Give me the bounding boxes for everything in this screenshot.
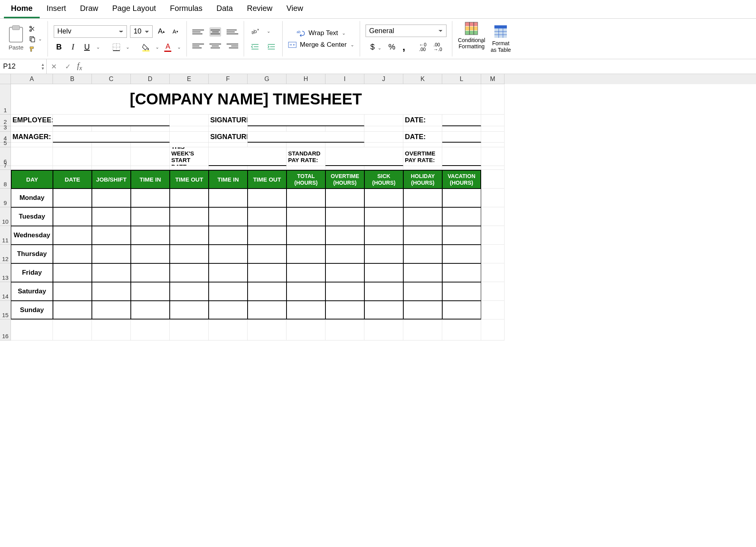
cell[interactable] bbox=[92, 189, 131, 207]
day-cell[interactable]: Wednesday bbox=[11, 226, 53, 245]
cell[interactable] bbox=[325, 282, 364, 301]
cell[interactable] bbox=[364, 263, 403, 282]
cell[interactable] bbox=[131, 319, 170, 341]
column-header-L[interactable]: L bbox=[442, 74, 481, 84]
cell[interactable] bbox=[170, 207, 209, 226]
cell[interactable] bbox=[481, 132, 505, 143]
cell[interactable] bbox=[11, 126, 53, 132]
row-header-15[interactable]: 15 bbox=[0, 301, 11, 319]
table-header[interactable]: TIME IN bbox=[131, 170, 170, 189]
cell[interactable] bbox=[403, 263, 442, 282]
cell[interactable] bbox=[403, 226, 442, 245]
cell[interactable] bbox=[248, 115, 364, 126]
tab-data[interactable]: Data bbox=[209, 0, 240, 18]
cell[interactable] bbox=[287, 189, 325, 207]
cell[interactable] bbox=[442, 282, 481, 301]
cell[interactable] bbox=[364, 319, 403, 341]
cell[interactable] bbox=[92, 301, 131, 319]
cell[interactable] bbox=[53, 207, 92, 226]
cell[interactable] bbox=[442, 245, 481, 263]
cell[interactable] bbox=[287, 263, 325, 282]
cell[interactable] bbox=[481, 143, 505, 147]
cell[interactable] bbox=[364, 245, 403, 263]
comma-button[interactable]: , bbox=[403, 41, 405, 53]
tab-view[interactable]: View bbox=[280, 0, 310, 18]
decrease-font-button[interactable]: A▾ bbox=[170, 26, 181, 37]
date-label[interactable]: DATE: bbox=[403, 115, 442, 126]
cell[interactable] bbox=[170, 126, 209, 132]
cell[interactable] bbox=[325, 226, 364, 245]
cell[interactable] bbox=[442, 207, 481, 226]
cell[interactable] bbox=[287, 143, 325, 147]
cell[interactable] bbox=[403, 189, 442, 207]
chevron-down-icon[interactable]: ⌄ bbox=[126, 44, 130, 50]
number-format-select[interactable] bbox=[366, 25, 447, 37]
cell[interactable] bbox=[364, 115, 403, 126]
cell[interactable] bbox=[53, 319, 92, 341]
cell[interactable] bbox=[325, 263, 364, 282]
day-cell[interactable]: Friday bbox=[11, 263, 53, 282]
cell[interactable] bbox=[131, 282, 170, 301]
cell[interactable] bbox=[248, 126, 287, 132]
align-bottom-button[interactable] bbox=[227, 27, 238, 37]
cell[interactable] bbox=[481, 147, 505, 166]
orientation-button[interactable]: ab bbox=[250, 26, 260, 37]
cell[interactable] bbox=[53, 143, 92, 147]
cell[interactable] bbox=[248, 282, 287, 301]
align-middle-button[interactable] bbox=[209, 27, 221, 37]
cell[interactable] bbox=[442, 147, 481, 166]
borders-button[interactable] bbox=[111, 42, 122, 53]
week-start-label[interactable]: THIS WEEK'S START DATE: bbox=[170, 147, 209, 166]
column-header-A[interactable]: A bbox=[11, 74, 53, 84]
row-header-7[interactable]: 7 bbox=[0, 166, 11, 170]
cell[interactable] bbox=[53, 226, 92, 245]
row-header-11[interactable]: 11 bbox=[0, 226, 11, 245]
cell[interactable] bbox=[481, 189, 505, 207]
cell[interactable] bbox=[131, 301, 170, 319]
timesheet-title[interactable]: [COMPANY NAME] TIMESHEET bbox=[11, 84, 481, 115]
table-header[interactable]: TIME IN bbox=[209, 170, 248, 189]
cell[interactable] bbox=[403, 126, 442, 132]
cell[interactable] bbox=[11, 319, 53, 341]
format-painter-button[interactable] bbox=[29, 46, 42, 53]
cell[interactable] bbox=[442, 143, 481, 147]
align-left-button[interactable] bbox=[192, 41, 204, 51]
cell[interactable] bbox=[170, 166, 209, 170]
tab-home[interactable]: Home bbox=[4, 0, 40, 18]
cell[interactable] bbox=[248, 245, 287, 263]
align-center-button[interactable] bbox=[209, 41, 221, 51]
row-header-12[interactable]: 12 bbox=[0, 245, 11, 263]
font-size-select[interactable] bbox=[130, 25, 153, 38]
currency-button[interactable]: $ ⌄ bbox=[370, 42, 382, 51]
row-header-9[interactable]: 9 bbox=[0, 189, 11, 207]
signature-label[interactable]: SIGNATURE: bbox=[209, 115, 248, 126]
cell[interactable] bbox=[53, 147, 92, 166]
column-header-C[interactable]: C bbox=[92, 74, 131, 84]
cell[interactable] bbox=[131, 126, 170, 132]
tab-insert[interactable]: Insert bbox=[40, 0, 73, 18]
cell[interactable] bbox=[53, 301, 92, 319]
fx-label[interactable]: fx bbox=[75, 61, 84, 72]
cell[interactable] bbox=[11, 143, 53, 147]
cell[interactable] bbox=[287, 245, 325, 263]
row-header-10[interactable]: 10 bbox=[0, 207, 11, 226]
underline-button[interactable]: U bbox=[81, 42, 92, 53]
table-header[interactable]: DATE bbox=[53, 170, 92, 189]
cell[interactable] bbox=[170, 319, 209, 341]
chevron-down-icon[interactable]: ⌄ bbox=[177, 44, 181, 50]
confirm-formula-button[interactable]: ✓ bbox=[61, 62, 75, 71]
row-header-14[interactable]: 14 bbox=[0, 282, 11, 301]
signature-label[interactable]: SIGNATURE: bbox=[209, 132, 248, 143]
cell[interactable] bbox=[170, 132, 209, 143]
cell[interactable] bbox=[131, 189, 170, 207]
cell[interactable] bbox=[209, 147, 287, 166]
cell[interactable] bbox=[287, 207, 325, 226]
cell[interactable] bbox=[53, 245, 92, 263]
cell[interactable] bbox=[481, 226, 505, 245]
tab-review[interactable]: Review bbox=[240, 0, 280, 18]
table-header[interactable]: TIME OUT bbox=[170, 170, 209, 189]
cell[interactable] bbox=[481, 301, 505, 319]
cell[interactable] bbox=[170, 263, 209, 282]
cell[interactable] bbox=[170, 226, 209, 245]
cell[interactable] bbox=[209, 189, 248, 207]
